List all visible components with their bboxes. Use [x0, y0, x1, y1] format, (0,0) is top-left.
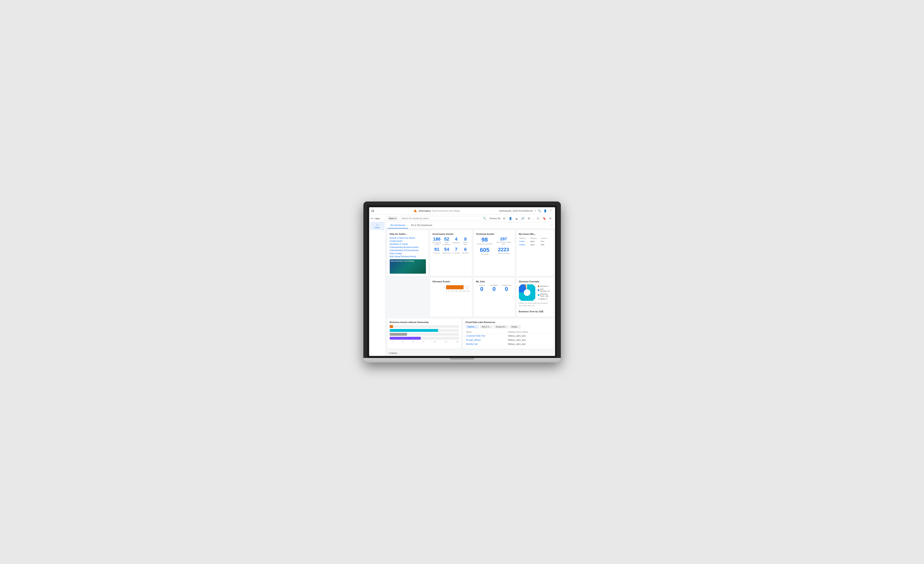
tech-row-2: 605 COLUMN 2223 CALCULATION: [476, 247, 512, 255]
cloud-row-2-name[interactable]: through_athana: [466, 339, 481, 341]
layers-icon-btn[interactable]: ⧉: [548, 216, 553, 221]
jobs-card-title: My Jobs: [476, 280, 512, 283]
help-link-create[interactable]: Create Assets: [390, 240, 426, 242]
table-row: Monthly Call Tableau_sales_kpis: [465, 342, 551, 346]
glossary-bar-container: [446, 285, 470, 289]
search-bar: Basic ▾ 🔍 Browse By ⊟ 👤 ☁ 🔗: [386, 214, 555, 222]
tab-more-button[interactable]: ···: [550, 224, 553, 227]
h-axis-75: 75: [423, 341, 424, 342]
axis-0: 0: [446, 290, 447, 292]
stat-domain: 4 DOMAIN: [452, 237, 460, 246]
stat-sub-domain-label: SUB DOMAIN: [442, 242, 451, 246]
axis-150: 150: [455, 290, 458, 292]
stat-policy-label: POLICY: [432, 252, 441, 254]
issue-ticket-link-1[interactable]: Produ...: [519, 240, 526, 242]
h-axis-25: 25: [402, 341, 404, 342]
cde-section: Business Term by CDE: [519, 308, 551, 313]
pie-chart-container: Domain: 4 Sub Domain: 52 B: [519, 284, 551, 301]
job-failed: FAILED 0: [476, 284, 488, 292]
collapse-button[interactable]: ‹ Collapse: [386, 351, 399, 355]
issues-table: Ticket ti... Ticket s... Asset n... Prod…: [519, 237, 551, 246]
axis-50: 50: [448, 290, 450, 292]
stat-column-value: 605: [476, 247, 494, 253]
informatica-logo: [413, 209, 417, 213]
tab-my-dashboard[interactable]: My Dashboard: [388, 222, 408, 228]
cloud-row-1-name[interactable]: Customer Order Test: [466, 335, 485, 337]
help-thumbnail[interactable]: Data Governance and Catalog: [390, 259, 426, 274]
content-area: Basic ▾ 🔍 Browse By ⊟ 👤 ☁ 🔗: [386, 214, 555, 356]
tag-icon-btn[interactable]: 🏷: [536, 216, 541, 221]
search-header-icon[interactable]: 🔍: [537, 209, 542, 213]
legend-business-term: Business Term: 186: [538, 293, 551, 297]
new-button[interactable]: + + New: [369, 216, 386, 221]
business-assets-card: Business Assets without Ownership: [387, 318, 461, 349]
stat-dataset-label: DATA SET: [462, 242, 470, 246]
stat-metric-label: METRIC: [462, 252, 470, 254]
cloud-tab-tableau[interactable]: Tableau ...: [465, 325, 479, 328]
stat-catalog-source-label: CATALOG SOURCE: [476, 243, 494, 245]
stat-system-label: SYSTEM: [452, 252, 460, 254]
home-label: Home: [375, 226, 380, 229]
glossary-bar-label: 0: [432, 286, 445, 288]
subdomain-legend-label: Sub Domain: 52: [540, 288, 551, 292]
stat-domain-label: DOMAIN: [452, 242, 460, 244]
stat-calculation-label: CALCULATION: [495, 252, 512, 254]
search-filter-select[interactable]: Basic ▾: [388, 216, 398, 220]
h-bar-wrap-2: [390, 329, 459, 332]
issue-ticket-link-2[interactable]: Edited...: [519, 244, 526, 246]
stat-business-term: 186 BUSINESS TERM: [432, 237, 441, 246]
domain-legend-label: Domain: 4: [540, 285, 549, 287]
tech-row-1: 98 CATALOG SOURCE 297 TECHNICAL DATA SET: [476, 237, 512, 245]
grid-icon[interactable]: [372, 210, 374, 212]
sidebar: + + New ⌂ Home: [369, 214, 386, 356]
collapse-label: Collapse: [389, 352, 398, 354]
search-input-wrap: 🔍: [400, 216, 488, 220]
laptop-notch: [450, 358, 474, 360]
h-bar-row-3: [390, 333, 459, 336]
help-link-business[interactable]: Understanding Business Assets: [390, 246, 426, 248]
issues-col-asset: Asset n...: [540, 237, 551, 240]
issues-card: My Issues (Bu... Ticket ti... Ticket s..…: [516, 230, 554, 276]
help-link-lineage[interactable]: Data Lineage: [390, 252, 426, 255]
stat-sub-domain: 52 SUB DOMAIN: [442, 237, 451, 246]
stat-calculation: 2223 CALCULATION: [495, 247, 512, 255]
table-row: Customer Order Test Tableau_sales_kpis: [465, 334, 551, 338]
axis-100: 100: [451, 290, 454, 292]
cloud-row-2-source: Tableau_sales_kpis: [507, 338, 551, 342]
user-header-icon[interactable]: 👤: [543, 209, 547, 213]
help-link-browse[interactable]: Browse & Search for Assets: [390, 237, 426, 239]
sidebar-item-home[interactable]: ⌂ Home: [370, 222, 385, 230]
cloud-row-1-source: Tableau_sales_kpis: [507, 334, 551, 338]
plus-icon: +: [371, 217, 373, 220]
h-bar-row-1: [390, 325, 459, 328]
username-label: hawkupgrade_July22-fromselfservice: [499, 210, 533, 212]
help-link-workflows[interactable]: Workflows & Tickets: [390, 243, 426, 245]
cde-title: Business Term by CDE: [519, 310, 551, 313]
h-bar-wrap-1: [390, 325, 459, 328]
governance-card-title: Governance Assets: [432, 233, 470, 235]
home-icon: ⌂: [376, 223, 378, 226]
tab-dg-dq-dashboard[interactable]: DG & DQ Dashboard: [408, 222, 435, 228]
help-header-icon[interactable]: ?: [549, 209, 553, 213]
spacer-col1: [387, 278, 428, 316]
bookmark-icon-btn[interactable]: 🔖: [542, 216, 547, 221]
screen-bezel: Informatica Data Governance and Catalog …: [367, 205, 557, 358]
stat-metric: 6 METRIC: [462, 247, 470, 254]
settings-icon-btn[interactable]: ⚙: [526, 216, 531, 221]
table-icon-btn[interactable]: ⊟: [502, 216, 507, 221]
cloud-icon-btn[interactable]: ☁: [514, 216, 519, 221]
person-icon-btn[interactable]: 👤: [508, 216, 513, 221]
link-icon-btn[interactable]: 🔗: [520, 216, 525, 221]
help-link-bulk[interactable]: Bulk Upload Business Assets: [390, 255, 426, 258]
help-link-technical[interactable]: Understanding Technical Assets: [390, 249, 426, 252]
search-input[interactable]: [401, 217, 482, 220]
cloud-row-3-name[interactable]: Monthly Call: [466, 343, 477, 345]
governance-stats-grid: 186 BUSINESS TERM 52 SUB DOMAIN 4: [432, 237, 470, 254]
cloud-tab-datab[interactable]: Datab...: [509, 325, 521, 328]
cloud-tab-amazon[interactable]: AmazonS...: [494, 325, 508, 328]
table-row: Produ... Open Pro...: [519, 240, 551, 243]
chevron-down-icon: ▾: [395, 217, 396, 220]
cloud-tab-adls[interactable]: ADLS C...: [480, 325, 493, 328]
cloud-table-header: Name Catalog Source Name: [465, 330, 551, 334]
cloud-col-source: Catalog Source Name: [507, 330, 551, 334]
